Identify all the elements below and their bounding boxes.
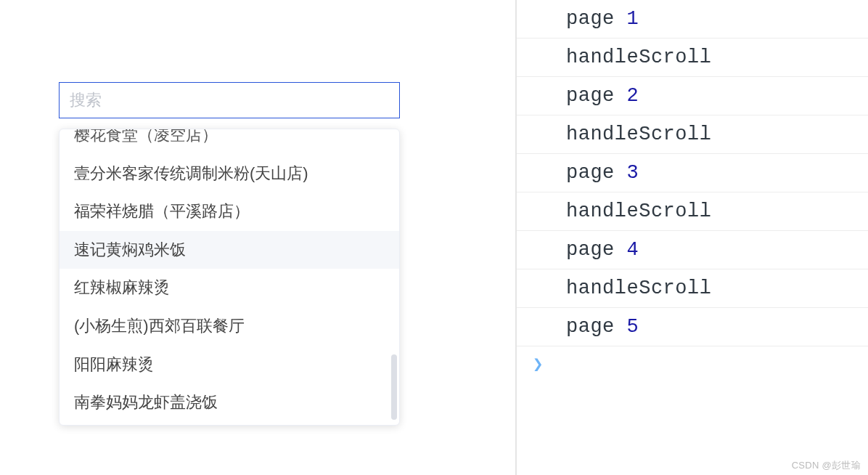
list-item[interactable]: 樱花食堂（凌空店） <box>60 129 399 155</box>
console-number: 2 <box>627 85 639 107</box>
console-prompt[interactable]: ❯ <box>517 346 868 382</box>
list-item[interactable]: 阳阳麻辣烫 <box>60 346 399 384</box>
scrollbar-thumb[interactable] <box>391 354 397 420</box>
console-line: handleScroll <box>517 269 868 308</box>
console-number: 5 <box>627 316 639 338</box>
list-item[interactable]: 南拳妈妈龙虾盖浇饭 <box>60 383 399 422</box>
console-line: handleScroll <box>517 115 868 154</box>
console-line: page 3 <box>517 154 868 192</box>
watermark: CSDN @彭世瑜 <box>792 459 861 472</box>
console-panel: page 1handleScrollpage 2handleScrollpage… <box>515 0 868 475</box>
list-item[interactable]: 壹分米客家传统调制米粉(天山店) <box>60 155 399 193</box>
list-item[interactable]: 福荣祥烧腊（平溪路店） <box>60 192 399 231</box>
console-number: 1 <box>627 8 639 30</box>
console-line: page 1 <box>517 0 868 38</box>
list-item[interactable]: 速记黄焖鸡米饭 <box>60 231 399 269</box>
console-line: page 4 <box>517 231 868 269</box>
dropdown-list: 樱花食堂（凌空店）壹分米客家传统调制米粉(天山店)福荣祥烧腊（平溪路店）速记黄焖… <box>60 129 399 425</box>
console-line: handleScroll <box>517 38 868 77</box>
list-item[interactable]: (小杨生煎)西郊百联餐厅 <box>60 307 399 346</box>
console-line: page 2 <box>517 77 868 115</box>
console-number: 4 <box>627 239 639 261</box>
list-item[interactable]: 红辣椒麻辣烫 <box>60 269 399 307</box>
search-input[interactable] <box>59 82 400 118</box>
console-number: 3 <box>627 162 639 184</box>
autocomplete-dropdown[interactable]: 樱花食堂（凌空店）壹分米客家传统调制米粉(天山店)福荣祥烧腊（平溪路店）速记黄焖… <box>59 129 400 426</box>
console-line: handleScroll <box>517 192 868 231</box>
console-line: page 5 <box>517 308 868 346</box>
preview-panel: 樱花食堂（凌空店）壹分米客家传统调制米粉(天山店)福荣祥烧腊（平溪路店）速记黄焖… <box>0 0 515 475</box>
